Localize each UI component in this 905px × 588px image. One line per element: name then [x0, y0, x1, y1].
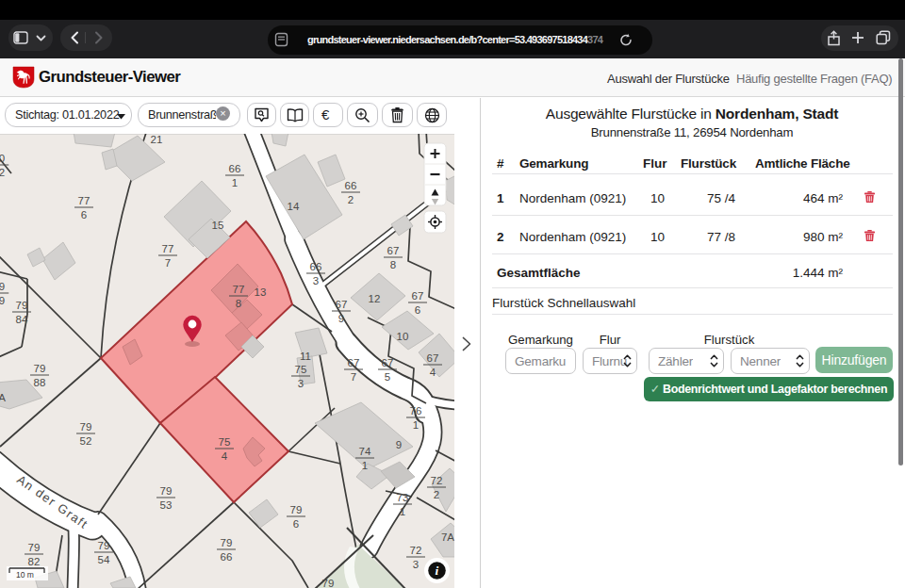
svg-text:79: 79	[34, 363, 46, 374]
svg-text:73: 73	[397, 492, 409, 503]
svg-text:2: 2	[348, 194, 354, 205]
svg-text:67: 67	[412, 290, 424, 302]
svg-text:6: 6	[293, 518, 299, 530]
svg-text:21: 21	[151, 134, 163, 145]
svg-text:6: 6	[415, 304, 420, 316]
svg-text:72: 72	[410, 545, 422, 556]
svg-text:6: 6	[81, 209, 87, 220]
svg-text:9: 9	[338, 313, 344, 324]
svg-text:3: 3	[413, 559, 419, 570]
svg-text:76: 76	[410, 405, 422, 416]
svg-text:52: 52	[80, 435, 92, 447]
svg-text:10 m: 10 m	[16, 570, 34, 580]
svg-text:4: 4	[430, 367, 436, 378]
svg-text:9: 9	[0, 281, 5, 292]
svg-text:79: 79	[160, 485, 173, 497]
svg-text:8: 8	[390, 259, 396, 270]
svg-text:79: 79	[221, 537, 233, 548]
svg-text:11: 11	[300, 351, 311, 362]
svg-text:79: 79	[290, 504, 303, 515]
svg-text:67: 67	[336, 299, 348, 310]
svg-text:2: 2	[0, 167, 5, 178]
svg-text:77: 77	[78, 195, 90, 206]
svg-text:7A: 7A	[441, 531, 454, 543]
svg-text:1: 1	[400, 506, 405, 517]
svg-text:5: 5	[385, 371, 390, 383]
svg-text:88: 88	[34, 377, 46, 388]
svg-text:1: 1	[413, 419, 419, 431]
svg-text:67: 67	[348, 357, 360, 368]
svg-text:72: 72	[431, 475, 443, 486]
svg-text:66: 66	[345, 180, 357, 191]
svg-text:9: 9	[396, 439, 402, 450]
svg-text:77: 77	[162, 243, 174, 254]
svg-text:79: 79	[80, 421, 92, 433]
svg-text:84: 84	[16, 314, 28, 325]
svg-text:66: 66	[229, 163, 241, 174]
svg-text:10: 10	[397, 331, 409, 342]
svg-text:14: 14	[288, 201, 300, 212]
svg-text:0: 0	[0, 153, 5, 164]
svg-text:77: 77	[233, 284, 245, 295]
svg-text:53: 53	[160, 499, 173, 511]
svg-text:67: 67	[427, 352, 439, 364]
svg-text:79: 79	[28, 542, 41, 553]
svg-text:82: 82	[28, 556, 41, 567]
svg-text:66: 66	[310, 261, 322, 272]
svg-text:3: 3	[298, 378, 304, 389]
svg-text:i: i	[436, 564, 439, 578]
svg-text:75: 75	[295, 364, 307, 375]
svg-text:67: 67	[382, 357, 394, 368]
svg-text:15: 15	[212, 220, 224, 231]
svg-text:1: 1	[232, 177, 238, 188]
svg-text:A: A	[0, 392, 6, 403]
svg-text:79: 79	[98, 540, 110, 551]
svg-text:74: 74	[359, 446, 371, 457]
svg-text:4: 4	[222, 450, 228, 462]
svg-text:3: 3	[313, 275, 319, 286]
svg-text:12: 12	[369, 293, 381, 304]
svg-text:8: 8	[236, 298, 241, 309]
svg-text:75: 75	[219, 436, 231, 448]
svg-text:9: 9	[0, 295, 5, 306]
svg-text:7: 7	[351, 371, 356, 383]
svg-text:13: 13	[255, 286, 267, 298]
svg-text:2: 2	[434, 489, 439, 500]
svg-text:67: 67	[387, 245, 400, 256]
svg-text:7: 7	[165, 257, 171, 269]
svg-text:79: 79	[16, 300, 28, 311]
svg-text:1: 1	[362, 460, 368, 471]
svg-text:54: 54	[98, 554, 110, 565]
svg-text:79: 79	[322, 578, 335, 588]
svg-text:66: 66	[221, 551, 233, 563]
